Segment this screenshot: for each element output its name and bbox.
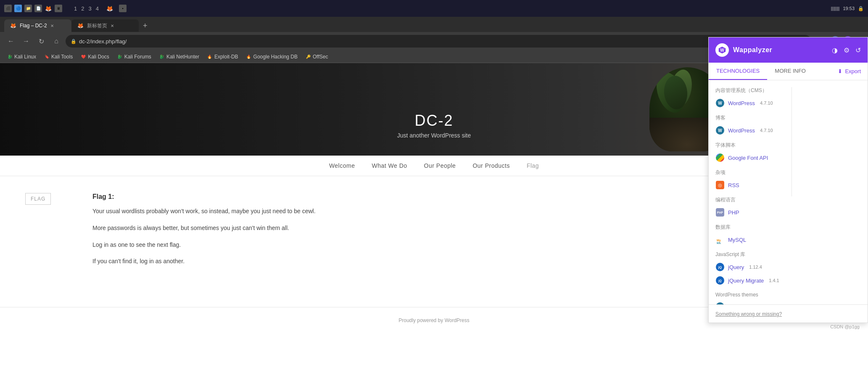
tab-close-1[interactable]: ✕	[50, 24, 54, 28]
wappalyzer-cms-section: 内容管理系统（CMS） W WordPress 4.7.10	[715, 87, 788, 108]
firefox-icon[interactable]: 🦊	[45, 5, 52, 12]
lock-icon: 🔒	[858, 6, 864, 11]
wordpress-cms-link[interactable]: WordPress	[728, 100, 755, 106]
column-divider	[791, 87, 792, 196]
wordpress-blog-icon: W	[715, 126, 725, 135]
flag-paragraph-2: More passwords is always better, but som…	[92, 223, 454, 233]
wappalyzer-logo-area: W Wappalyzer	[715, 43, 772, 57]
bookmark-exploit-db[interactable]: 🔥 Exploit-DB	[204, 53, 241, 61]
wappalyzer-export-button[interactable]: ⬇ Export	[831, 63, 868, 80]
wordpress-blog-link[interactable]: WordPress	[728, 127, 755, 134]
google-font-link[interactable]: Google Font API	[728, 155, 768, 161]
tab-2[interactable]: 🦊 新标签页 ✕	[71, 19, 139, 32]
tab-close-2[interactable]: ✕	[111, 24, 114, 28]
wappalyzer-toggle-icon[interactable]: ◑	[832, 46, 838, 54]
main-content-area: FLAG Flag 1: Your usual wordlists probab…	[0, 176, 479, 290]
jquery-migrate-item: jQ jQuery Migrate 1.4.1	[715, 276, 788, 285]
rss-link[interactable]: RSS	[728, 182, 739, 188]
site-subtitle: Just another WordPress site	[397, 132, 471, 139]
wappalyzer-body: 内容管理系统（CMS） W WordPress 4.7.10 博客 W	[709, 80, 868, 304]
bookmark-kali-docs[interactable]: ❤️ Kali Docs	[78, 53, 112, 61]
jquery-item: jQ jQuery 1.12.4	[715, 262, 788, 272]
google-hacking-favicon: 🔥	[246, 54, 252, 60]
wappalyzer-wp-themes-section: WordPress themes W Twenty Seventeen	[715, 292, 788, 304]
bookmark-kali-forums-label: Kali Forums	[124, 54, 151, 60]
jquery-version: 1.12.4	[749, 264, 762, 270]
bookmark-kali-nethunter[interactable]: 🐉 Kali NetHunter	[156, 53, 202, 61]
flag-paragraph-4: If you can't find it, log in as another.	[92, 256, 454, 267]
firefox-icon-2[interactable]: 🦊	[106, 5, 113, 12]
content-body: Flag 1: Your usual wordlists probably wo…	[92, 193, 454, 273]
bookmark-kali-forums[interactable]: 🐉 Kali Forums	[114, 53, 154, 61]
jquery-migrate-link[interactable]: jQuery Migrate	[728, 278, 764, 284]
app-icon-5[interactable]: 🖥	[55, 5, 62, 12]
mysql-item: My SQL MySQL	[715, 235, 788, 244]
wappalyzer-tabs: TECHNOLOGIES MORE INFO ⬇ Export	[709, 63, 868, 80]
wappalyzer-logo: W	[715, 43, 729, 57]
bookmark-google-hacking-label: Google Hacking DB	[253, 54, 298, 60]
tab-favicon-2: 🦊	[77, 23, 84, 29]
refresh-button[interactable]: ↻	[35, 35, 47, 47]
jquery-migrate-logo: jQ	[716, 276, 724, 285]
bookmark-exploit-db-label: Exploit-DB	[214, 54, 238, 60]
rss-logo: ◎	[716, 181, 724, 189]
bookmark-google-hacking[interactable]: 🔥 Google Hacking DB	[243, 53, 300, 61]
nav-flag[interactable]: Flag	[527, 162, 539, 169]
wp-logo: W	[716, 99, 724, 107]
flag-sidebar: FLAG	[25, 193, 76, 273]
wappalyzer-settings-icon[interactable]: ⚙	[844, 46, 850, 54]
flag-title: Flag 1:	[92, 193, 454, 201]
wappalyzer-footer-link[interactable]: Something wrong or missing?	[715, 311, 782, 317]
nav-our-people[interactable]: Our People	[424, 162, 456, 169]
wappalyzer-tab-technologies[interactable]: TECHNOLOGIES	[709, 63, 767, 80]
font-section-title: 字体脚本	[715, 142, 788, 149]
database-section-title: 数据库	[715, 224, 788, 231]
export-label: Export	[845, 68, 861, 74]
tab-1[interactable]: 🦊 Flag – DC-2 ✕	[4, 19, 71, 32]
nav-our-products[interactable]: Our Products	[472, 162, 509, 169]
svg-text:SQL: SQL	[717, 242, 721, 244]
php-link[interactable]: PHP	[728, 209, 739, 216]
wappalyzer-footer: Something wrong or missing?	[709, 304, 868, 323]
nav-welcome[interactable]: Welcome	[329, 162, 355, 169]
bookmark-kali-docs-label: Kali Docs	[88, 54, 109, 60]
bookmark-offsec[interactable]: 🔑 OffSec	[303, 53, 330, 61]
wappalyzer-tab-more-info[interactable]: MORE INFO	[767, 63, 813, 80]
wappalyzer-font-section: 字体脚本 Google Font API	[715, 142, 788, 162]
jquery-link[interactable]: jQuery	[728, 264, 744, 270]
bookmark-kali-tools-label: Kali Tools	[51, 54, 73, 60]
mysql-link[interactable]: MySQL	[728, 237, 746, 243]
kali-linux-favicon: 🐉	[7, 54, 13, 60]
back-button[interactable]: ←	[5, 35, 17, 47]
wappalyzer-database-section: 数据库 My SQL MySQL	[715, 224, 788, 244]
wappalyzer-title: Wappalyzer	[733, 46, 772, 54]
terminal-icon[interactable]: ▪	[119, 5, 127, 12]
app-icon-3[interactable]: 📁	[24, 5, 32, 12]
bookmark-kali-linux[interactable]: 🐉 Kali Linux	[4, 53, 39, 61]
bookmark-offsec-label: OffSec	[313, 54, 328, 60]
workspace-2[interactable]: 2	[81, 5, 84, 12]
jquery-icon-container: jQ	[715, 262, 725, 272]
tab-bar: 🦊 Flag – DC-2 ✕ 🦊 新标签页 ✕ +	[0, 17, 868, 32]
workspace-3[interactable]: 3	[88, 5, 91, 12]
home-button[interactable]: ⌂	[50, 35, 62, 47]
jquery-migrate-version: 1.4.1	[769, 278, 779, 283]
address-bar[interactable]: 🔒 dc-2/index.php/flag/	[66, 35, 811, 48]
app-icon-1[interactable]: ⬛	[4, 5, 12, 12]
nav-what-we-do[interactable]: What We Do	[372, 162, 407, 169]
app-icon-2[interactable]: 🔵	[14, 5, 22, 12]
new-tab-button[interactable]: +	[139, 19, 152, 32]
app-icon-4[interactable]: 📄	[34, 5, 42, 12]
bookmark-kali-tools[interactable]: 🔖 Kali Tools	[41, 53, 75, 61]
wp-themes-section-title: WordPress themes	[715, 292, 788, 298]
wappalyzer-misc-section: 杂项 ◎ RSS	[715, 169, 788, 190]
forward-button[interactable]: →	[20, 35, 32, 47]
workspace-1[interactable]: 1	[74, 5, 77, 12]
flag-box: FLAG	[25, 193, 51, 205]
wappalyzer-javascript-section: JavaScript 库 jQ jQuery 1.12.4 jQ jQuery …	[715, 251, 788, 285]
cms-section-title: 内容管理系统（CMS）	[715, 87, 788, 94]
wappalyzer-panel: W Wappalyzer ◑ ⚙ ↺ TECHNOLOGIES MORE INF…	[708, 37, 868, 323]
wappalyzer-refresh-icon[interactable]: ↺	[855, 46, 861, 54]
security-lock-icon: 🔒	[71, 39, 77, 44]
workspace-4[interactable]: 4	[96, 5, 99, 12]
